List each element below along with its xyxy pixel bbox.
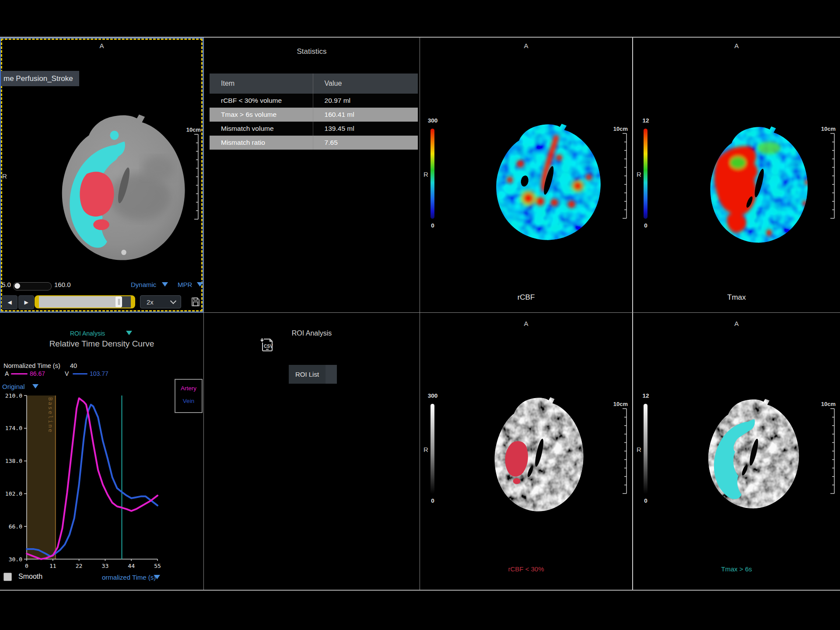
colorbar-gray — [644, 404, 648, 494]
table-row[interactable]: Tmax > 6s volume160.41 ml — [210, 108, 418, 122]
floppy-disk-icon — [190, 297, 201, 307]
panel-time-density-curve[interactable]: ROI Analysis Relative Time Density Curve… — [0, 312, 203, 590]
panel-title: ROI Analysis — [204, 329, 420, 337]
x-tick-label: 44 — [128, 563, 135, 569]
map-caption: Tmax — [633, 293, 840, 302]
layout-dropdown-arrow-icon[interactable] — [197, 282, 203, 287]
orientation-a-label: A — [420, 320, 632, 327]
panel-title: Statistics — [204, 47, 420, 56]
legend-artery: Artery — [175, 385, 202, 392]
column-item: Item — [210, 80, 313, 88]
chart-legend: Artery Vein — [175, 379, 203, 413]
colorbar-max-label: 12 — [637, 117, 654, 124]
rcbf-core-brain-map — [485, 394, 590, 515]
stat-value-cell: 160.41 ml — [313, 108, 418, 122]
scale-label: 10cm — [821, 401, 836, 407]
stat-item-cell: rCBF < 30% volume — [210, 97, 313, 105]
table-row[interactable]: Mismatch volume139.45 ml — [210, 122, 418, 136]
colorbar-gray — [430, 404, 434, 494]
application-window: A me Perfusion_Stroke R 10cm — [0, 0, 840, 630]
scale-label: 10cm — [821, 126, 836, 132]
orientation-r-label: R — [2, 172, 7, 180]
map-caption: rCBF — [420, 293, 632, 302]
x-tick-label: 11 — [49, 563, 56, 569]
csv-export-icon: CSV — [259, 337, 274, 352]
orientation-a-label: A — [633, 320, 840, 327]
y-tick-label: 138.0 — [5, 458, 22, 464]
timeline-left-cap[interactable] — [35, 296, 39, 308]
smooth-checkbox[interactable] — [4, 573, 12, 581]
window-slider-knob[interactable] — [14, 283, 20, 289]
roi-list-button[interactable]: ROI List — [289, 365, 337, 384]
table-row[interactable]: Mismatch ratio7.65 — [210, 136, 418, 150]
panel-ct-volume[interactable]: A me Perfusion_Stroke R 10cm — [0, 38, 203, 312]
x-tick-label: 0 — [25, 563, 28, 569]
y-tick-label: 102.0 — [5, 490, 22, 497]
orientation-r-label: R — [424, 171, 428, 178]
colorbar-min-label: 0 — [424, 497, 441, 504]
scale-label: 10cm — [613, 401, 628, 407]
xaxis-dropdown[interactable]: ormalized Time (s) — [102, 574, 156, 581]
panel-rcbf-map[interactable]: A 300 0 R 10cm — [420, 38, 632, 312]
stat-item-cell: Mismatch volume — [210, 125, 313, 133]
window-slider[interactable] — [13, 282, 52, 290]
csv-export-button[interactable]: CSV — [259, 337, 274, 352]
save-button[interactable] — [189, 295, 202, 308]
panel-roi-analysis[interactable]: ROI Analysis CSV ROI List — [203, 312, 420, 590]
orientation-r-label: R — [637, 171, 641, 178]
viewport-grid: A me Perfusion_Stroke R 10cm — [0, 37, 840, 591]
series-badge: me Perfusion_Stroke — [1, 71, 79, 86]
mode-dropdown[interactable]: Dynamic — [131, 281, 156, 288]
cine-speed-select[interactable]: 2x — [140, 295, 181, 308]
timeline-thumb[interactable] — [116, 297, 122, 307]
orientation-a-label: A — [633, 42, 840, 49]
x-tick-label: 33 — [102, 563, 109, 569]
legend-vein: Vein — [175, 398, 202, 404]
colorbar-jet — [644, 129, 648, 219]
chevron-down-icon — [170, 298, 176, 304]
svg-text:CSV: CSV — [264, 344, 273, 349]
next-frame-button[interactable]: ▶ — [18, 295, 34, 309]
colorbar-jet — [430, 129, 434, 219]
tmax-penumbra-brain-map — [699, 396, 806, 512]
roi-list-label: ROI List — [289, 365, 326, 384]
statistics-table: Item Value rCBF < 30% volume20.97 mlTmax… — [210, 74, 418, 150]
table-header: Item Value — [210, 74, 418, 94]
orientation-a-label: A — [420, 42, 632, 49]
layout-dropdown[interactable]: MPR — [178, 281, 192, 288]
mode-dropdown-arrow-icon[interactable] — [162, 282, 168, 287]
colorbar-max-label: 12 — [637, 392, 654, 399]
panel-tmax-map[interactable]: A 12 0 R 10cm — [632, 38, 840, 312]
timeline-scrollbar[interactable] — [35, 295, 135, 308]
map-caption: Tmax > 6s — [633, 565, 840, 573]
y-tick-label: 30.0 — [9, 556, 22, 563]
y-tick-label: 66.0 — [9, 523, 22, 530]
scale-ruler — [620, 133, 627, 219]
orientation-r-label: R — [637, 446, 641, 453]
table-body: rCBF < 30% volume20.97 mlTmax > 6s volum… — [210, 94, 418, 150]
time-density-chart: Baseline210.0174.0138.0102.066.030.00112… — [0, 313, 203, 590]
orientation-a-label: A — [1, 42, 203, 49]
orientation-r-label: R — [424, 446, 428, 453]
colorbar-max-label: 300 — [424, 117, 441, 124]
window-max-value: 160.0 — [54, 281, 71, 288]
scale-label: 10cm — [613, 126, 628, 132]
dropdown-arrow-icon[interactable] — [154, 575, 160, 579]
timeline-right-cap[interactable] — [131, 296, 134, 308]
y-tick-label: 174.0 — [5, 425, 22, 431]
prev-icon: ◀ — [7, 299, 11, 305]
panel-tmax-penumbra-map[interactable]: A 12 0 R 10cm Tmax > 6s — [632, 312, 840, 590]
panel-rcbf-core-map[interactable]: A 300 0 R 10cm rCBF < 30% — [420, 312, 632, 590]
rcbf-brain-map — [485, 121, 609, 244]
roi-list-split[interactable] — [326, 365, 337, 384]
scale-ruler — [828, 133, 835, 219]
panel-statistics[interactable]: Statistics Item Value rCBF < 30% volume2… — [203, 38, 420, 312]
smooth-label: Smooth — [18, 573, 42, 581]
stat-value-cell: 20.97 ml — [313, 94, 418, 108]
tmax-brain-map — [700, 123, 815, 246]
scale-ruler — [620, 408, 627, 494]
next-icon: ▶ — [24, 299, 28, 305]
stat-item-cell: Mismatch ratio — [210, 139, 313, 147]
prev-frame-button[interactable]: ◀ — [2, 295, 18, 309]
table-row[interactable]: rCBF < 30% volume20.97 ml — [210, 94, 418, 108]
